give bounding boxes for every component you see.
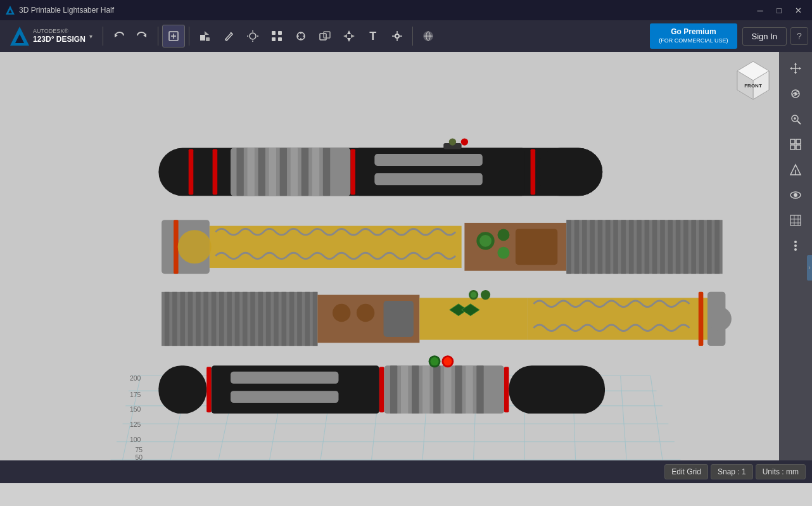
svg-rect-72 (189, 149, 194, 194)
snap-button[interactable] (386, 25, 409, 47)
view-cube[interactable]: FRONT (731, 58, 775, 103)
svg-rect-28 (324, 32, 330, 38)
svg-rect-86 (374, 154, 482, 166)
minimize-button[interactable]: ─ (751, 3, 769, 18)
undo-icon (113, 30, 124, 42)
svg-point-214 (794, 248, 797, 251)
snap-button-status[interactable]: Snap : 1 (711, 464, 753, 479)
svg-rect-136 (250, 292, 255, 346)
measure-button[interactable] (289, 25, 312, 47)
primitives-button[interactable] (193, 25, 216, 47)
svg-point-152 (481, 290, 490, 300)
grid-tool-button[interactable] (784, 209, 807, 232)
svg-rect-134 (235, 292, 240, 346)
svg-rect-174 (476, 365, 483, 414)
premium-button[interactable]: Go Premium (FOR COMMERCIAL USE) (650, 23, 737, 48)
home-icon (789, 163, 802, 176)
svg-rect-130 (203, 292, 208, 346)
svg-rect-125 (165, 292, 170, 346)
close-button[interactable]: ✕ (789, 3, 807, 18)
svg-rect-109 (606, 220, 611, 274)
material-icon (422, 30, 435, 42)
help-button[interactable]: ? (790, 27, 808, 45)
title-bar-left: 3D Printable Lightsaber Half (5, 5, 114, 15)
title-bar-controls[interactable]: ─ □ ✕ (751, 3, 807, 18)
zoom-tool-button[interactable] (784, 108, 807, 130)
svg-rect-202 (796, 145, 801, 149)
modify-button[interactable] (241, 25, 264, 47)
svg-point-91 (449, 138, 456, 145)
svg-rect-112 (629, 220, 634, 274)
pattern-icon (270, 30, 283, 42)
svg-marker-30 (347, 38, 351, 42)
svg-rect-82 (312, 148, 319, 196)
svg-rect-149 (419, 298, 527, 339)
logo-dropdown-icon[interactable]: ▾ (88, 32, 94, 41)
combine-button[interactable] (314, 25, 336, 47)
material-button[interactable] (417, 25, 440, 47)
svg-point-147 (357, 304, 374, 322)
3d-scene[interactable]: 200 175 150 125 100 75 50 100 125 150 17… (0, 52, 779, 460)
modify-icon (246, 30, 259, 42)
divider-1 (103, 27, 103, 46)
svg-rect-121 (699, 220, 704, 274)
svg-marker-189 (794, 72, 797, 74)
svg-point-212 (794, 241, 797, 243)
logo-product: 123D° DESIGN (33, 35, 86, 44)
svg-text:100: 100 (130, 436, 141, 443)
redo-button[interactable] (131, 25, 154, 47)
svg-rect-108 (598, 220, 603, 274)
transform-button[interactable] (338, 25, 360, 47)
svg-rect-87 (374, 173, 482, 185)
svg-rect-18 (272, 31, 276, 35)
app-icon (5, 5, 15, 15)
svg-point-100 (497, 229, 509, 241)
more-tool-button[interactable] (784, 234, 807, 257)
edit-grid-button[interactable]: Edit Grid (664, 464, 708, 479)
svg-rect-94 (174, 220, 179, 274)
fit-tool-button[interactable] (784, 133, 807, 156)
svg-rect-175 (504, 367, 509, 412)
svg-rect-127 (180, 292, 185, 346)
new-tool-icon (167, 30, 180, 42)
svg-rect-78 (269, 148, 276, 196)
svg-rect-113 (637, 220, 642, 274)
svg-rect-119 (683, 220, 688, 274)
main-viewport[interactable]: 200 175 150 125 100 75 50 100 125 150 17… (0, 52, 812, 483)
maximize-button[interactable]: □ (770, 3, 788, 18)
svg-rect-114 (645, 220, 650, 274)
svg-rect-102 (516, 229, 557, 265)
svg-point-206 (794, 193, 797, 197)
orbit-icon (789, 87, 802, 100)
svg-rect-140 (282, 292, 287, 346)
svg-text:175: 175 (130, 391, 141, 398)
grid-icon (789, 214, 802, 227)
pan-tool-button[interactable] (784, 57, 807, 80)
units-button[interactable]: Units : mm (756, 464, 806, 479)
divider-3 (189, 27, 189, 46)
undo-button[interactable] (107, 25, 130, 47)
right-tools-panel: › (779, 52, 812, 483)
text-button[interactable]: T (362, 25, 384, 47)
svg-rect-170 (433, 365, 440, 414)
svg-rect-105 (574, 220, 580, 274)
new-tool-button[interactable] (162, 25, 185, 47)
svg-rect-162 (231, 372, 338, 384)
svg-rect-118 (676, 220, 681, 274)
svg-rect-131 (212, 292, 217, 346)
svg-point-180 (443, 357, 452, 365)
visibility-tool-button[interactable] (784, 184, 807, 206)
pattern-button[interactable] (265, 25, 288, 47)
svg-rect-201 (790, 145, 795, 149)
svg-rect-163 (231, 391, 338, 403)
redo-icon (137, 30, 148, 42)
svg-point-13 (250, 33, 256, 39)
signin-button[interactable]: Sign In (742, 27, 787, 46)
svg-rect-104 (566, 220, 571, 274)
home-tool-button[interactable] (784, 158, 807, 181)
fit-icon (789, 138, 802, 151)
svg-rect-107 (590, 220, 595, 274)
orbit-tool-button[interactable] (784, 82, 807, 105)
premium-sub: (FOR COMMERCIAL USE) (659, 37, 728, 45)
sketch-button[interactable] (217, 25, 240, 47)
